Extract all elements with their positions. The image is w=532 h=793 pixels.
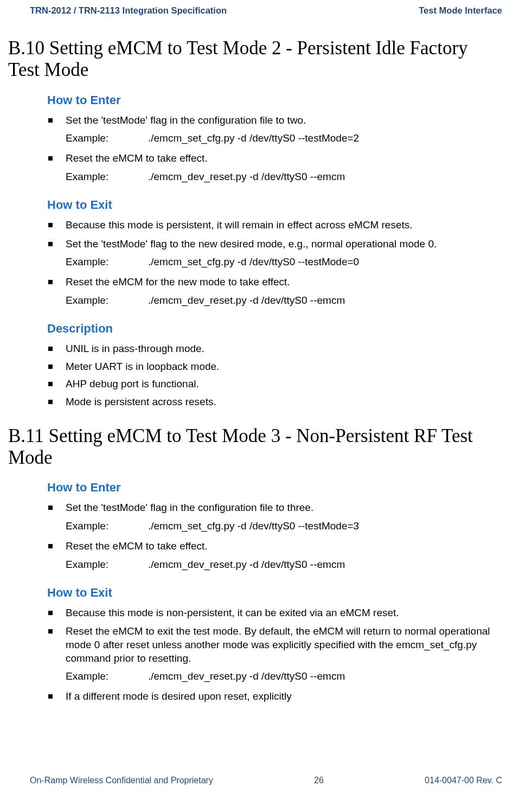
footer-left: On-Ramp Wireless Confidential and Propri… [30, 776, 213, 785]
example-row: Example: ./emcm_dev_reset.py -d /dev/tty… [47, 670, 502, 682]
bullet-item: Reset the eMCM for the new mode to take … [47, 276, 502, 289]
bullet-item: Reset the eMCM to take effect. [47, 152, 502, 165]
footer-right: 014-0047-00 Rev. C [425, 776, 502, 785]
example-row: Example: ./emcm_set_cfg.py -d /dev/ttyS0… [47, 256, 502, 268]
example-command: ./emcm_dev_reset.py -d /dev/ttyS0 --emcm [148, 171, 345, 183]
bullet-item: Because this mode is non-persistent, it … [47, 606, 502, 620]
example-command: ./emcm_dev_reset.py -d /dev/ttyS0 --emcm [148, 295, 345, 306]
bullet-item: Set the 'testMode' flag in the configura… [47, 501, 502, 515]
b10-enter-heading: How to Enter [47, 93, 502, 107]
example-row: Example: ./emcm_dev_reset.py -d /dev/tty… [47, 171, 502, 183]
page-footer: On-Ramp Wireless Confidential and Propri… [30, 776, 502, 785]
bullet-item: Set the 'testMode' flag to the new desir… [47, 238, 502, 251]
b11-enter-block: How to Enter Set the 'testMode' flag in … [47, 481, 502, 570]
b11-exit-heading: How to Exit [47, 586, 502, 600]
b11-exit-block: How to Exit Because this mode is non-per… [47, 586, 502, 704]
bullet-item: Reset the eMCM to exit the test mode. By… [47, 625, 502, 665]
bullet-item: UNIL is in pass-through mode. [47, 342, 502, 356]
example-label: Example: [66, 520, 148, 532]
example-label: Example: [66, 559, 148, 571]
b11-enter-heading: How to Enter [47, 481, 502, 495]
b10-desc-block: Description UNIL is in pass-through mode… [47, 322, 502, 409]
bullet-item: Meter UART is in loopback mode. [47, 360, 502, 374]
bullet-item: Set the 'testMode' flag in the configura… [47, 114, 502, 127]
section-b10-title: B.10 Setting eMCM to Test Mode 2 - Persi… [8, 37, 502, 81]
example-command: ./emcm_set_cfg.py -d /dev/ttyS0 --testMo… [148, 256, 359, 268]
example-label: Example: [66, 295, 148, 306]
example-label: Example: [66, 132, 148, 144]
section-b11-title: B.11 Setting eMCM to Test Mode 3 - Non-P… [8, 425, 502, 469]
bullet-item: AHP debug port is functional. [47, 378, 502, 391]
example-command: ./emcm_set_cfg.py -d /dev/ttyS0 --testMo… [148, 132, 359, 144]
example-row: Example: ./emcm_set_cfg.py -d /dev/ttyS0… [47, 132, 502, 144]
bullet-item: Because this mode is persistent, it will… [47, 219, 502, 232]
example-command: ./emcm_set_cfg.py -d /dev/ttyS0 --testMo… [148, 520, 359, 532]
bullet-item: Reset the eMCM to take effect. [47, 540, 502, 553]
example-label: Example: [66, 670, 148, 682]
b10-desc-heading: Description [47, 322, 502, 336]
bullet-item: If a different mode is desired upon rese… [47, 690, 502, 704]
page-header: TRN-2012 / TRN-2113 Integration Specific… [30, 5, 502, 17]
header-right: Test Mode Interface [419, 5, 502, 16]
example-label: Example: [66, 171, 148, 183]
example-row: Example: ./emcm_set_cfg.py -d /dev/ttyS0… [47, 520, 502, 532]
header-left: TRN-2012 / TRN-2113 Integration Specific… [30, 5, 227, 16]
footer-page-number: 26 [314, 776, 324, 785]
bullet-item: Mode is persistent across resets. [47, 395, 502, 409]
example-row: Example: ./emcm_dev_reset.py -d /dev/tty… [47, 295, 502, 306]
example-command: ./emcm_dev_reset.py -d /dev/ttyS0 --emcm [148, 670, 345, 682]
b10-enter-block: How to Enter Set the 'testMode' flag in … [47, 93, 502, 183]
example-row: Example: ./emcm_dev_reset.py -d /dev/tty… [47, 559, 502, 571]
example-label: Example: [66, 256, 148, 268]
example-command: ./emcm_dev_reset.py -d /dev/ttyS0 --emcm [148, 559, 345, 571]
b10-exit-block: How to Exit Because this mode is persist… [47, 198, 502, 306]
b10-exit-heading: How to Exit [47, 198, 502, 212]
